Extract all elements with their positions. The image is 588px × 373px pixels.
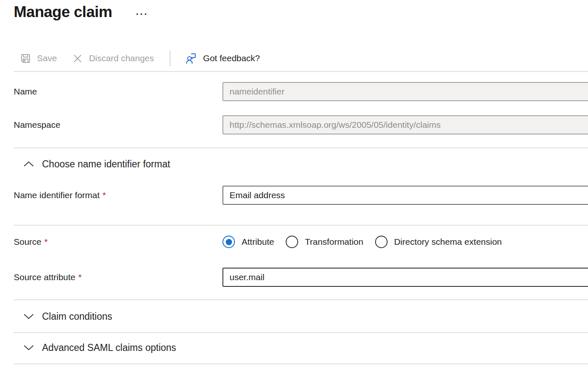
more-options-button[interactable] bbox=[135, 12, 148, 17]
radio-directory-schema-extension[interactable]: Directory schema extension bbox=[375, 236, 502, 248]
discard-changes-button[interactable]: Discard changes bbox=[72, 53, 154, 64]
toolbar-separator bbox=[170, 50, 170, 66]
required-asterisk: * bbox=[103, 190, 106, 200]
divider bbox=[14, 225, 588, 226]
page-title: Manage claim bbox=[14, 3, 112, 21]
namespace-label: Namespace bbox=[14, 120, 222, 130]
name-label: Name bbox=[14, 87, 222, 97]
name-identifier-format-label: Name identifier format* bbox=[14, 190, 222, 200]
divider bbox=[14, 147, 588, 148]
chevron-up-icon bbox=[23, 161, 34, 167]
chevron-down-icon bbox=[23, 313, 34, 319]
namespace-input bbox=[222, 115, 588, 134]
chevron-down-icon bbox=[23, 345, 34, 351]
section-label: Claim conditions bbox=[42, 311, 112, 322]
source-field-row: Source* Attribute Transformation Directo… bbox=[14, 236, 588, 248]
feedback-icon bbox=[185, 52, 197, 65]
namespace-field-row: Namespace bbox=[14, 115, 588, 134]
name-identifier-format-row: Name identifier format* bbox=[14, 186, 588, 205]
source-radio-group: Attribute Transformation Directory schem… bbox=[222, 236, 588, 248]
ellipsis-icon bbox=[141, 13, 142, 15]
got-feedback-button[interactable]: Got feedback? bbox=[185, 52, 260, 65]
radio-transformation[interactable]: Transformation bbox=[286, 236, 363, 248]
section-choose-name-identifier-format[interactable]: Choose name identifier format bbox=[14, 157, 588, 171]
radio-label: Transformation bbox=[305, 237, 363, 247]
divider bbox=[14, 332, 588, 333]
source-attribute-row: Source attribute* bbox=[14, 268, 588, 287]
radio-label: Directory schema extension bbox=[394, 237, 502, 247]
radio-button-icon bbox=[286, 236, 298, 248]
divider bbox=[14, 363, 588, 364]
source-attribute-label: Source attribute* bbox=[14, 272, 222, 282]
source-attribute-input[interactable] bbox=[222, 268, 588, 287]
section-claim-conditions[interactable]: Claim conditions bbox=[14, 310, 588, 323]
feedback-label: Got feedback? bbox=[203, 53, 260, 63]
ellipsis-icon bbox=[145, 13, 146, 15]
command-bar: Save Discard changes Got feedback? bbox=[0, 49, 588, 67]
name-field-row: Name bbox=[14, 82, 588, 101]
radio-button-icon bbox=[375, 236, 388, 248]
source-label: Source* bbox=[14, 237, 222, 247]
divider bbox=[14, 71, 588, 72]
ellipsis-icon bbox=[136, 13, 138, 15]
section-advanced-saml-claims-options[interactable]: Advanced SAML claims options bbox=[14, 341, 588, 354]
save-label: Save bbox=[37, 53, 57, 63]
required-asterisk: * bbox=[78, 272, 82, 282]
discard-label: Discard changes bbox=[89, 53, 154, 63]
required-asterisk: * bbox=[44, 237, 48, 246]
section-label: Advanced SAML claims options bbox=[42, 342, 176, 353]
radio-button-icon bbox=[222, 236, 235, 248]
name-identifier-format-dropdown[interactable] bbox=[222, 186, 588, 205]
dismiss-icon bbox=[72, 53, 83, 64]
divider bbox=[14, 299, 588, 300]
page-header: Manage claim bbox=[0, 0, 588, 20]
name-input bbox=[222, 82, 588, 101]
save-icon bbox=[20, 53, 31, 64]
section-label: Choose name identifier format bbox=[42, 159, 170, 170]
radio-label: Attribute bbox=[242, 237, 274, 247]
radio-attribute[interactable]: Attribute bbox=[222, 236, 274, 248]
save-button[interactable]: Save bbox=[20, 53, 57, 64]
